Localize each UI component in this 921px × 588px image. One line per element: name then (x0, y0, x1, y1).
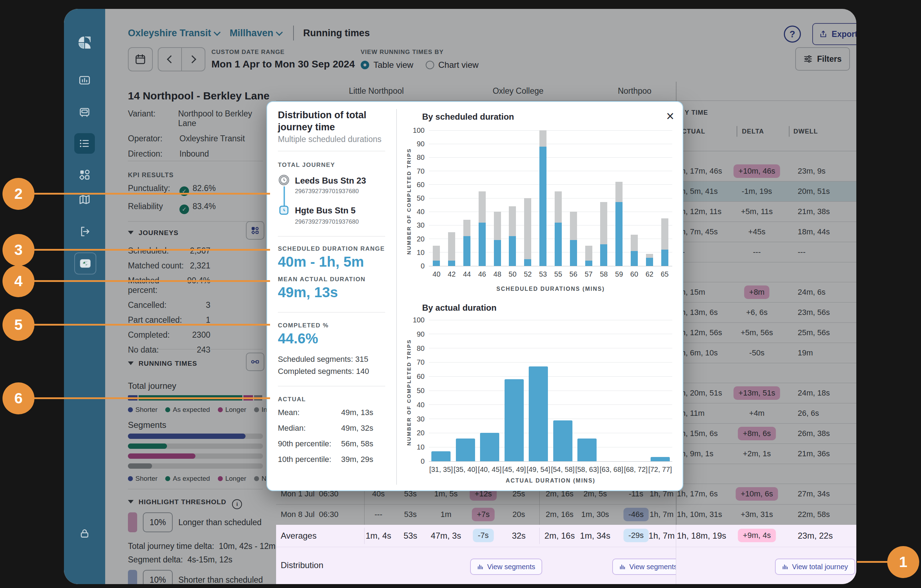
stacked-bar (494, 212, 501, 266)
stat-label: Median: (278, 424, 341, 433)
bar-slot (657, 218, 672, 266)
x-tick-label: 40 (429, 270, 444, 278)
y-tick-label: 100 (409, 127, 425, 135)
bar-slot (502, 379, 527, 461)
origin-name: Leeds Bus Stn 23 (295, 176, 366, 186)
completed-value: 44.6% (278, 331, 318, 346)
stacked-bar (570, 212, 577, 266)
x-tick-label: [68, 72] (623, 466, 648, 474)
mean-value: 49m, 13s (278, 284, 338, 300)
stacked-bar (555, 192, 562, 266)
x-tick-label: 56 (566, 270, 581, 278)
actual-stat-row: 90th percentile:56m, 58s (278, 439, 384, 448)
callout-5: 5 (3, 309, 34, 341)
chart2-ylabel: NUMBER OF COMPLETED TRIPS (406, 339, 412, 446)
stat-value: 49m, 32s (341, 424, 373, 433)
stacked-bar (448, 232, 455, 266)
stat-value: 49m, 13s (341, 408, 373, 417)
x-tick-label: 52 (520, 270, 535, 278)
callout-4: 4 (3, 265, 34, 297)
modal-title: Distribution of total journey time (278, 109, 384, 133)
bar-slot (648, 457, 673, 461)
bar-slot (581, 246, 596, 266)
averages-cell: -7s (473, 529, 494, 542)
view-segments-2-button[interactable]: View segments (612, 559, 676, 575)
view-total-journey-button[interactable]: View total journey (775, 559, 855, 575)
bar-fill (463, 236, 470, 266)
x-tick-label: 55 (551, 270, 566, 278)
averages-dwell: 23m, 22s (798, 531, 833, 541)
bar-slot (535, 130, 551, 266)
stat-label: 90th percentile: (278, 439, 341, 448)
x-tick-label: 59 (612, 270, 627, 278)
averages-cell: 47m, 3s (431, 531, 461, 541)
scheduled-segments: Scheduled segments: 315 (278, 355, 368, 364)
actual-stat-row: Median:49m, 32s (278, 424, 384, 433)
actual-duration-chart: 0102030405060708090100 (429, 320, 672, 461)
stacked-bar (463, 220, 470, 266)
x-tick-label: [45, 49] (502, 466, 527, 474)
stacked-bar (661, 218, 668, 266)
bar (456, 439, 475, 461)
divider (278, 151, 385, 151)
bar-fill (539, 147, 547, 266)
bar-fill (478, 223, 486, 266)
x-tick-label: 50 (505, 270, 520, 278)
sched-range-value: 40m - 1h, 5m (278, 254, 364, 270)
callout-1: 1 (887, 546, 919, 578)
bar-fill (509, 236, 516, 266)
bar-slot (520, 198, 535, 266)
stacked-bar (631, 235, 638, 266)
chart1-xticks: 40424446485052535556575859606265 (429, 270, 672, 278)
actual-stats: Mean:49m, 13sMedian:49m, 32s90th percent… (278, 408, 384, 471)
sched-range-label: SCHEDULED DURATION RANGE (278, 245, 385, 252)
stacked-bar (478, 192, 486, 266)
bars-layer (429, 320, 672, 461)
bar-slot (526, 366, 551, 461)
x-tick-label: 42 (444, 270, 459, 278)
callout-line-3 (34, 249, 270, 251)
stat-value: 56m, 58s (341, 439, 373, 448)
divider (676, 525, 676, 584)
x-tick-label: 48 (490, 270, 505, 278)
chart2-xticks: [31, 35][35, 40][40, 45][45, 49][49, 54]… (429, 466, 672, 474)
callout-3: 3 (3, 234, 34, 266)
bar-fill (631, 251, 638, 266)
x-tick-label: 60 (627, 270, 642, 278)
chart2-title: By actual duration (422, 303, 496, 313)
averages-cell: 32s (512, 531, 526, 541)
bar-slot (490, 212, 505, 266)
divider (364, 528, 364, 544)
averages-cell: 1m, 34s (580, 531, 610, 541)
chart2-xlabel: ACTUAL DURATION (MINS) (429, 478, 672, 484)
bar-slot (575, 439, 599, 461)
screenshot-stage: Oxleyshire Transit Millhaven Running tim… (0, 0, 921, 588)
close-icon[interactable]: × (662, 108, 678, 124)
stacked-bar (433, 246, 440, 266)
completed-label: COMPLETED % (278, 322, 329, 329)
x-tick-label: [49, 54] (526, 466, 551, 474)
divider (396, 109, 397, 485)
bar-slot (596, 202, 612, 266)
bar-chart-icon (477, 564, 483, 570)
origin-clock-icon (278, 174, 290, 186)
averages-cell: 2m, 16s (544, 531, 574, 541)
y-tick-label: 100 (409, 316, 425, 324)
bar-fill (433, 261, 440, 266)
bar (529, 366, 548, 461)
bar-fill (615, 202, 623, 266)
bar-fill (555, 223, 562, 266)
bar-fill (600, 244, 607, 266)
journey-connector (283, 187, 285, 206)
divider (539, 528, 540, 544)
destination-id: 2967392739701937680 (295, 218, 359, 226)
divider (278, 312, 385, 312)
actual-stat-row: 10th percentile:39m, 29s (278, 455, 384, 464)
bar-fill (585, 261, 592, 266)
view-segments-button[interactable]: View segments (470, 559, 542, 575)
bar-slot (627, 235, 642, 266)
callout-6: 6 (3, 382, 34, 414)
bar (553, 421, 573, 461)
actual-stat-row: Mean:49m, 13s (278, 408, 384, 417)
y-tick-label: 0 (409, 262, 425, 270)
